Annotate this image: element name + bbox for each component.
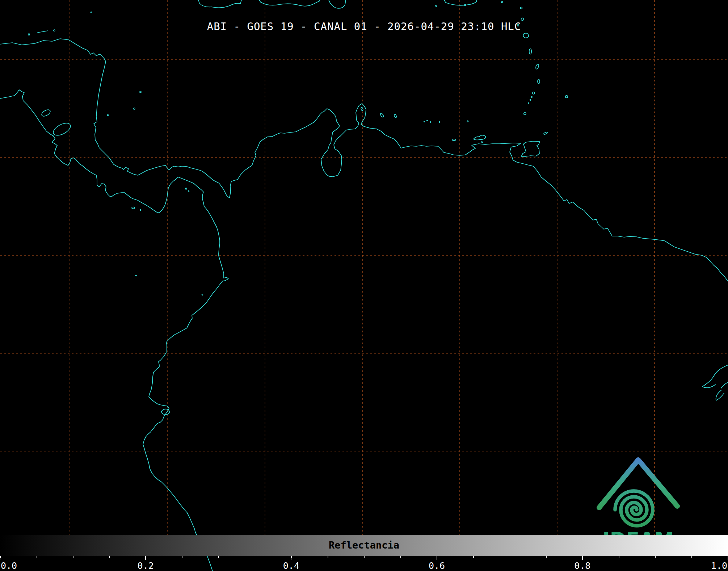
lakes	[41, 108, 72, 138]
colorbar-tick-label: 0.4	[283, 560, 299, 571]
island-trinidad	[521, 141, 540, 156]
colorbar-tick	[0, 556, 0, 560]
colorbar-tick-label: 0.0	[1, 560, 17, 571]
ideam-logo-mark	[596, 455, 681, 529]
coastline-caribbean-mainland	[0, 39, 728, 281]
amazon-river-fragment	[702, 365, 728, 400]
colorbar-tick-label: 0.8	[574, 560, 590, 571]
colorbar-gradient: Reflectancia	[0, 535, 728, 556]
colorbar-minor-ticks	[0, 556, 728, 558]
colorbar-tick	[582, 556, 583, 560]
colorbar-tick-label: 0.6	[429, 560, 445, 571]
islands-greater-antilles	[91, 0, 477, 13]
colorbar-tick	[437, 556, 437, 560]
image-title: ABI - GOES 19 - CANAL 01 - 2026-04-29 23…	[0, 20, 728, 33]
colorbar-tick-label: 0.2	[138, 560, 154, 571]
colorbar-tick	[145, 556, 146, 560]
colorbar-tick-label: 1.0	[711, 560, 727, 571]
satellite-image-frame: ABI - GOES 19 - CANAL 01 - 2026-04-29 23…	[0, 0, 728, 571]
logo-mountain	[599, 460, 677, 508]
colorbar-label: Reflectancia	[0, 539, 728, 551]
logo-spiral	[615, 491, 653, 526]
colorbar-tick	[291, 556, 291, 560]
colorbar: Reflectancia 0.0 0.2 0.4 0.6 0.8 1.0	[0, 535, 728, 571]
coastline-pacific-mainland	[0, 90, 228, 571]
islands-southern-caribbean	[361, 107, 485, 143]
